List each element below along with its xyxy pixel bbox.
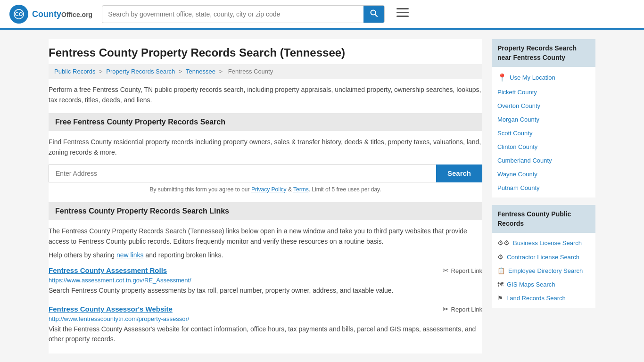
- main-content: Fentress County Property Records Search …: [49, 39, 482, 354]
- links-section: Fentress County Property Records Search …: [49, 202, 482, 345]
- svg-rect-6: [396, 16, 409, 17]
- new-links-link[interactable]: new links: [116, 251, 144, 259]
- report-link-label-1: Report Link: [451, 267, 482, 274]
- sidebar-county-scott[interactable]: Scott County: [492, 126, 595, 140]
- logo-text: CountyOffice.org: [32, 9, 92, 19]
- public-records-header: Fentress County Public Records: [492, 205, 595, 233]
- terms-link[interactable]: Terms: [293, 186, 309, 193]
- record-link-title-2[interactable]: Fentress County Assessor's Website: [49, 305, 173, 313]
- gis-maps-row: 🗺 GIS Maps Search: [492, 278, 595, 291]
- map-icon: 🗺: [497, 281, 504, 288]
- record-link-item: Fentress County Assessment Rolls ✂ Repor…: [49, 266, 482, 296]
- free-search-section: Free Fentress County Property Records Se…: [49, 113, 482, 193]
- links-desc: The Fentress County Property Records Sea…: [49, 226, 482, 247]
- record-desc-1: Search Fentress County property assessme…: [49, 286, 482, 296]
- report-icon-2: ✂: [443, 305, 449, 313]
- flag-icon: ⚑: [497, 295, 503, 302]
- breadcrumb-tennessee[interactable]: Tennessee: [186, 68, 215, 75]
- global-search-button[interactable]: [363, 6, 384, 23]
- links-section-header: Fentress County Property Records Search …: [49, 202, 482, 220]
- privacy-policy-link[interactable]: Privacy Policy: [251, 186, 287, 193]
- share-links: Help others by sharing new links and rep…: [49, 251, 482, 259]
- employee-directory-row: 📋 Employee Directory Search: [492, 264, 595, 278]
- business-license-row: ⚙⚙ Business License Search: [492, 236, 595, 250]
- sidebar-county-putnam[interactable]: Putnam County: [492, 181, 595, 195]
- intro-text: Perform a free Fentress County, TN publi…: [49, 84, 482, 106]
- svg-line-3: [375, 15, 378, 17]
- global-search-bar: [102, 5, 385, 23]
- address-input[interactable]: [49, 165, 436, 182]
- page-title: Fentress County Property Records Search …: [49, 39, 482, 64]
- breadcrumb: Public Records > Property Records Search…: [49, 64, 482, 79]
- sidebar-county-overton[interactable]: Overton County: [492, 99, 595, 113]
- content-wrapper: Fentress County Property Records Search …: [39, 30, 605, 362]
- record-link-title-1[interactable]: Fentress County Assessment Rolls: [49, 266, 167, 274]
- sidebar-county-morgan[interactable]: Morgan County: [492, 113, 595, 126]
- record-url-2[interactable]: http://www.fentresscountytn.com/property…: [49, 315, 482, 322]
- free-search-desc: Find Fentress County residential propert…: [49, 137, 482, 158]
- nearby-counties-content: 📍 Use My Location Pickett County Overton…: [492, 67, 595, 197]
- report-icon-1: ✂: [443, 266, 449, 275]
- breadcrumb-current: Fentress County: [228, 68, 273, 75]
- report-link-button-2[interactable]: ✂ Report Link: [443, 305, 482, 313]
- record-desc-2: Visit the Fentress County Assessor's web…: [49, 324, 482, 344]
- gear1-icon: ⚙: [497, 253, 504, 261]
- contractor-license-link[interactable]: Contractor License Search: [507, 254, 579, 261]
- business-license-link[interactable]: Business License Search: [513, 239, 582, 247]
- global-search-input[interactable]: [102, 7, 363, 22]
- location-icon: 📍: [497, 73, 507, 82]
- svg-text:CO: CO: [15, 11, 23, 17]
- record-link-header-2: Fentress County Assessor's Website ✂ Rep…: [49, 305, 482, 313]
- contractor-license-row: ⚙ Contractor License Search: [492, 250, 595, 264]
- svg-rect-4: [396, 8, 409, 9]
- breadcrumb-public-records[interactable]: Public Records: [54, 68, 95, 75]
- sidebar: Property Records Search near Fentress Co…: [492, 39, 595, 354]
- address-form: Search: [49, 165, 482, 182]
- free-search-header: Free Fentress County Property Records Se…: [49, 113, 482, 131]
- logo-icon: CO: [9, 5, 28, 24]
- report-link-label-2: Report Link: [451, 306, 482, 313]
- report-link-button-1[interactable]: ✂ Report Link: [443, 266, 482, 275]
- record-link-item-2: Fentress County Assessor's Website ✂ Rep…: [49, 305, 482, 344]
- record-link-header: Fentress County Assessment Rolls ✂ Repor…: [49, 266, 482, 275]
- use-location-label: Use My Location: [510, 74, 555, 81]
- public-records-content: ⚙⚙ Business License Search ⚙ Contractor …: [492, 233, 595, 308]
- breadcrumb-property-records-search[interactable]: Property Records Search: [106, 68, 175, 75]
- sidebar-county-cumberland[interactable]: Cumberland County: [492, 154, 595, 167]
- site-header: CO CountyOffice.org: [0, 0, 644, 30]
- public-records-box: Fentress County Public Records ⚙⚙ Busine…: [492, 205, 595, 308]
- book-icon: 📋: [497, 267, 505, 274]
- svg-rect-5: [396, 12, 409, 13]
- gis-maps-link[interactable]: GIS Maps Search: [507, 281, 555, 288]
- search-button[interactable]: Search: [436, 165, 482, 182]
- record-url-1[interactable]: https://www.assessment.cot.tn.gov/RE_Ass…: [49, 277, 482, 284]
- employee-directory-link[interactable]: Employee Directory Search: [508, 267, 583, 274]
- sidebar-county-wayne[interactable]: Wayne County: [492, 167, 595, 181]
- land-records-link[interactable]: Land Records Search: [506, 295, 566, 302]
- nearby-counties-box: Property Records Search near Fentress Co…: [492, 39, 595, 197]
- sidebar-county-pickett[interactable]: Pickett County: [492, 85, 595, 99]
- form-note: By submitting this form you agree to our…: [49, 186, 482, 193]
- use-my-location-link[interactable]: 📍 Use My Location: [492, 70, 595, 85]
- hamburger-menu-icon[interactable]: [394, 6, 411, 23]
- logo[interactable]: CO CountyOffice.org: [9, 5, 92, 24]
- sidebar-county-clinton[interactable]: Clinton County: [492, 140, 595, 154]
- nearby-counties-header: Property Records Search near Fentress Co…: [492, 39, 595, 67]
- gear2-icon: ⚙⚙: [497, 239, 510, 247]
- land-records-row: ⚑ Land Records Search: [492, 291, 595, 305]
